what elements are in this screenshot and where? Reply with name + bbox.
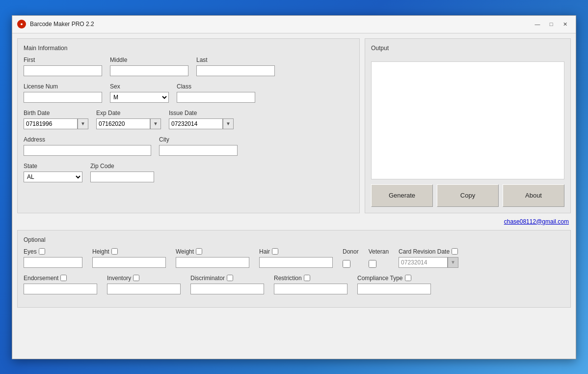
- copy-button[interactable]: Copy: [437, 184, 499, 207]
- email-link[interactable]: chase08112@gmail.com: [504, 218, 569, 225]
- main-window: ● Barcode Maker PRO 2.2 — □ ✕ Main Infor…: [12, 15, 576, 359]
- name-row: First Middle Last: [24, 57, 353, 76]
- hair-label-row: Hair: [259, 248, 333, 255]
- middle-input[interactable]: [110, 65, 188, 76]
- compliance-label-row: Compliance Type: [357, 275, 431, 282]
- output-canvas: [371, 61, 564, 179]
- last-label: Last: [196, 57, 275, 63]
- output-panel: Output Generate Copy About: [365, 38, 571, 213]
- class-field: Class: [177, 83, 255, 103]
- address-row: Address City: [24, 136, 353, 156]
- birth-date-input[interactable]: [24, 118, 78, 129]
- card-rev-field: Card Revision Date ▼: [399, 248, 458, 268]
- compliance-input[interactable]: [357, 284, 431, 294]
- generate-button[interactable]: Generate: [371, 184, 433, 207]
- middle-field: Middle: [110, 57, 188, 76]
- main-info-panel: Main Information First Middle Last: [17, 38, 360, 213]
- veteran-field: Veteran: [369, 248, 389, 268]
- state-select[interactable]: AL AK AZ AR CA CO FL GA NY TX: [24, 172, 82, 182]
- height-checkbox[interactable]: [111, 248, 118, 255]
- height-label-row: Height: [92, 248, 166, 255]
- height-input[interactable]: [92, 257, 166, 268]
- card-rev-checkbox[interactable]: [452, 248, 458, 255]
- endorsement-field: Endorsement: [24, 275, 97, 294]
- compliance-field: Compliance Type: [357, 275, 431, 294]
- issue-date-input[interactable]: [169, 118, 223, 129]
- city-input[interactable]: [159, 145, 238, 156]
- card-rev-date-wrapper: ▼: [399, 257, 458, 268]
- exp-date-input[interactable]: [96, 118, 150, 129]
- license-input[interactable]: [24, 92, 102, 103]
- dates-row: Birth Date ▼ Exp Date ▼: [24, 110, 353, 129]
- last-field: Last: [196, 57, 275, 76]
- state-field: State AL AK AZ AR CA CO FL GA NY TX: [24, 163, 82, 182]
- window-title: Barcode Maker PRO 2.2: [30, 21, 532, 28]
- compliance-label: Compliance Type: [357, 275, 403, 282]
- hair-checkbox[interactable]: [272, 248, 278, 255]
- address-field: Address: [24, 136, 151, 156]
- eyes-input[interactable]: [24, 257, 82, 268]
- eyes-label-row: Eyes: [24, 248, 82, 255]
- endorsement-label: Endorsement: [24, 275, 58, 282]
- card-rev-date-input: [399, 257, 448, 268]
- address-input[interactable]: [24, 145, 151, 156]
- license-field: License Num: [24, 83, 102, 103]
- main-info-label: Main Information: [24, 45, 353, 52]
- state-zip-row: State AL AK AZ AR CA CO FL GA NY TX: [24, 163, 353, 182]
- first-input[interactable]: [24, 65, 102, 76]
- output-label: Output: [371, 45, 564, 52]
- last-input[interactable]: [196, 65, 275, 76]
- discriminator-input[interactable]: [190, 284, 264, 294]
- birth-date-picker-btn[interactable]: ▼: [78, 118, 88, 129]
- weight-input[interactable]: [176, 257, 249, 268]
- minimize-button[interactable]: —: [532, 18, 543, 30]
- discriminator-label: Discriminator: [190, 275, 225, 282]
- close-button[interactable]: ✕: [559, 18, 571, 30]
- maximize-button[interactable]: □: [545, 18, 557, 30]
- city-field: City: [159, 136, 238, 156]
- restriction-input[interactable]: [274, 284, 347, 294]
- issue-date-wrapper: ▼: [169, 118, 234, 129]
- class-input[interactable]: [177, 92, 255, 103]
- issue-date-picker-btn[interactable]: ▼: [223, 118, 234, 129]
- sex-select[interactable]: M F: [110, 92, 169, 103]
- exp-date-field: Exp Date ▼: [96, 110, 161, 129]
- inventory-label: Inventory: [107, 275, 131, 282]
- first-label: First: [24, 57, 102, 63]
- weight-checkbox[interactable]: [196, 248, 202, 255]
- eyes-checkbox[interactable]: [39, 248, 45, 255]
- birth-date-label: Birth Date: [24, 110, 88, 116]
- zip-input[interactable]: [90, 172, 154, 182]
- optional-row-2: Endorsement Inventory Discriminator: [24, 275, 564, 294]
- email-row: chase08112@gmail.com: [17, 218, 571, 225]
- donor-field: Donor: [343, 248, 359, 268]
- compliance-checkbox[interactable]: [405, 275, 411, 281]
- height-label: Height: [92, 248, 109, 255]
- content-area: Main Information First Middle Last: [12, 33, 576, 359]
- discriminator-label-row: Discriminator: [190, 275, 264, 282]
- exp-date-picker-btn[interactable]: ▼: [150, 118, 161, 129]
- zip-label: Zip Code: [90, 163, 154, 170]
- endorsement-input[interactable]: [24, 284, 97, 294]
- app-icon: ●: [17, 20, 26, 29]
- card-rev-label: Card Revision Date: [399, 248, 450, 255]
- endorsement-checkbox[interactable]: [60, 275, 67, 281]
- discriminator-checkbox[interactable]: [227, 275, 233, 281]
- class-label: Class: [177, 83, 255, 90]
- issue-date-field: Issue Date ▼: [169, 110, 234, 129]
- zip-field: Zip Code: [90, 163, 154, 182]
- about-button[interactable]: About: [503, 184, 564, 207]
- first-field: First: [24, 57, 102, 76]
- restriction-field: Restriction: [274, 275, 347, 294]
- restriction-checkbox[interactable]: [304, 275, 310, 281]
- exp-date-wrapper: ▼: [96, 118, 161, 129]
- issue-date-label: Issue Date: [169, 110, 234, 116]
- donor-checkbox[interactable]: [343, 260, 350, 268]
- veteran-checkbox[interactable]: [369, 260, 376, 268]
- hair-input[interactable]: [259, 257, 333, 268]
- hair-label: Hair: [259, 248, 270, 255]
- inventory-input[interactable]: [107, 284, 181, 294]
- sex-field: Sex M F: [110, 83, 169, 103]
- inventory-checkbox[interactable]: [133, 275, 139, 281]
- eyes-label: Eyes: [24, 248, 37, 255]
